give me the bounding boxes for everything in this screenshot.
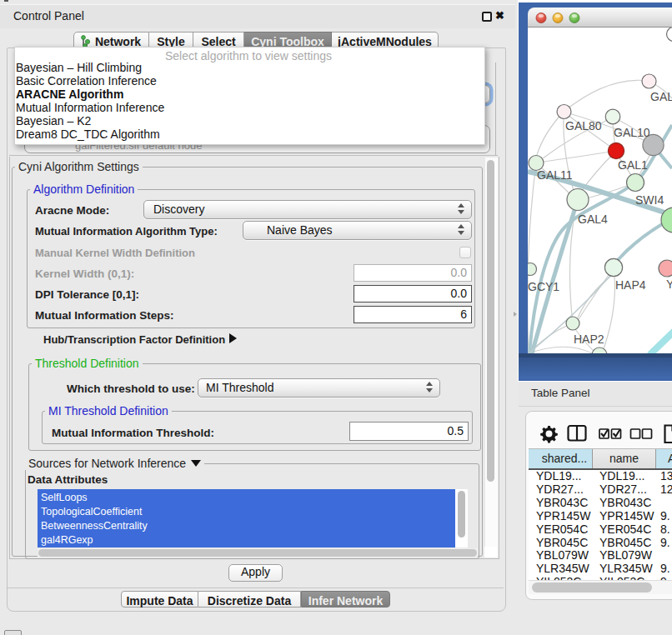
- svg-text:GAL10: GAL10: [614, 126, 650, 139]
- svg-text:GAL11: GAL11: [537, 168, 573, 182]
- svg-text:GAL1: GAL1: [618, 158, 648, 172]
- svg-text:HAP2: HAP2: [574, 332, 604, 346]
- svg-text:SWI4: SWI4: [635, 193, 664, 207]
- svg-text:GAL80: GAL80: [565, 119, 602, 132]
- svg-text:GCY1: GCY1: [528, 280, 559, 293]
- svg-text:Y: Y: [666, 278, 672, 291]
- svg-text:GAL: GAL: [650, 90, 672, 103]
- svg-text:HAP4: HAP4: [615, 278, 646, 292]
- svg-text:GAL4: GAL4: [578, 212, 608, 226]
